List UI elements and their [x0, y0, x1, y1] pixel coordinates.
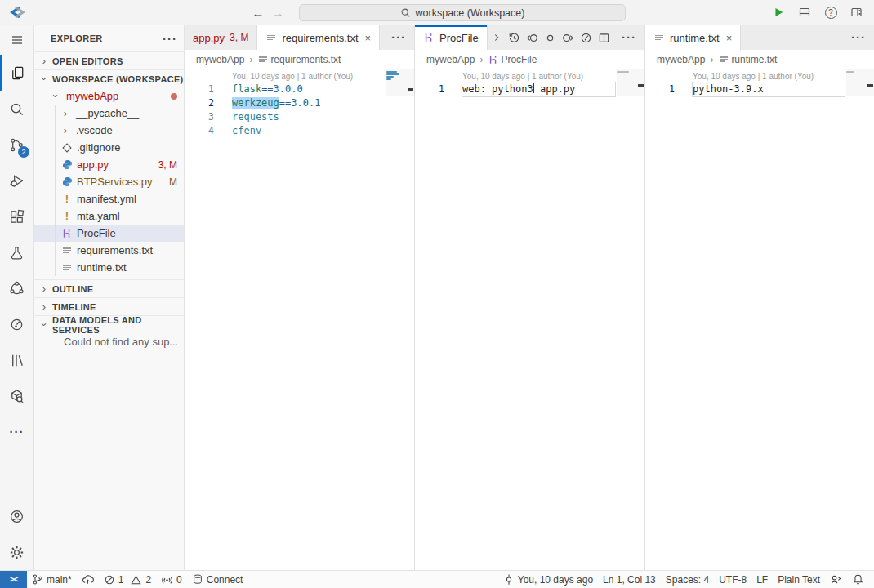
sidebar-item-run-debug[interactable] [0, 163, 33, 198]
ports-item[interactable]: 0 [156, 571, 187, 588]
tree-item-mywebapp[interactable]: mywebApp [34, 87, 184, 105]
more-actions-button[interactable] [849, 25, 867, 50]
minimap[interactable] [846, 71, 866, 74]
more-actions-button[interactable] [390, 25, 408, 50]
tab-requirements-txt[interactable]: requirements.txt [257, 25, 380, 50]
sidebar-item-run-view[interactable] [0, 306, 33, 342]
tree-item-manifest-yml[interactable]: ! manifest.yml [34, 190, 184, 207]
sync-changes-button[interactable] [77, 571, 99, 588]
section-open-editors[interactable]: OPEN EDITORS [34, 51, 184, 69]
split-editor-button[interactable] [595, 25, 613, 50]
sidebar-item-search[interactable] [0, 91, 33, 127]
overview-ruler-mark [638, 84, 644, 87]
menu-button[interactable] [0, 25, 33, 55]
line-number: 1 [185, 82, 214, 96]
toggle-panel-button[interactable] [794, 2, 815, 22]
navigate-forward-icon[interactable] [268, 6, 288, 20]
sidebar-item-explorer[interactable] [0, 55, 33, 91]
close-icon[interactable] [365, 32, 372, 44]
warning-count: 2 [145, 574, 151, 586]
tree-item-runtime-txt[interactable]: runtime.txt [34, 259, 184, 276]
editor-content[interactable]: You, 10 days ago | 1 author (You) 1 web:… [415, 69, 644, 570]
accounts-button[interactable] [0, 498, 33, 534]
editor-content[interactable]: You, 10 days ago | 1 author (You) 1 pyth… [645, 69, 874, 570]
more-views-icon [10, 425, 25, 439]
eol-item[interactable]: LF [751, 571, 773, 588]
search-view-icon [8, 100, 25, 118]
more-actions-button[interactable] [620, 25, 638, 50]
feedback-button[interactable] [825, 571, 847, 588]
breadcrumb-file[interactable]: ProcFile [501, 54, 537, 65]
indentation-label: Spaces: 4 [666, 574, 709, 586]
tab-bar: ProcFile [415, 25, 644, 50]
encoding-item[interactable]: UTF-8 [714, 571, 751, 588]
breadcrumb-folder[interactable]: mywebApp [657, 54, 705, 65]
help-button[interactable] [820, 2, 841, 22]
tree-item-btpservices-py[interactable]: BTPServices.py M [34, 173, 184, 190]
code-token: web: python3 [462, 83, 533, 95]
explorer-more-actions-icon[interactable] [163, 32, 177, 46]
minimap[interactable] [617, 71, 636, 74]
more-views-button[interactable] [0, 414, 33, 450]
next-change-button[interactable] [560, 25, 577, 50]
tree-item-mta-yaml[interactable]: ! mta.yaml [34, 207, 184, 225]
code-line[interactable]: 1 python-3.9.x [645, 82, 874, 96]
code-line[interactable]: 1 web: python3 app.py [415, 82, 644, 96]
editor-area: app.py 3, M requirements.txt mywebApp [185, 25, 874, 570]
remote-indicator[interactable] [0, 571, 27, 588]
customize-layout-button[interactable] [846, 2, 867, 22]
open-changes-button[interactable] [577, 25, 595, 50]
breadcrumb-file[interactable]: runtime.txt [731, 54, 777, 65]
breadcrumb-folder[interactable]: mywebApp [196, 54, 244, 65]
indentation-item[interactable]: Spaces: 4 [661, 571, 714, 588]
tree-item-app-py[interactable]: app.py 3, M [34, 156, 184, 173]
editor-content[interactable]: You, 10 days ago | 1 author (You) 1 flas… [185, 69, 414, 570]
chevron-down-icon [38, 318, 51, 331]
section-workspace[interactable]: WORKSPACE (WORKSPACE) [34, 69, 184, 87]
compare-changes-button[interactable] [542, 25, 560, 50]
tab-app-py[interactable]: app.py 3, M [185, 25, 257, 50]
sidebar-item-library[interactable] [0, 342, 33, 378]
code-line[interactable]: 4 cfenv [185, 124, 414, 138]
sidebar-item-source-control[interactable]: 2 [0, 127, 33, 163]
sidebar-item-service-explorer[interactable] [0, 378, 33, 414]
problems-item[interactable]: 1 2 [99, 571, 156, 588]
tree-item-requirements-txt[interactable]: requirements.txt [34, 242, 184, 259]
sidebar-item-testing[interactable] [0, 234, 33, 270]
chevron-right-button[interactable] [488, 25, 506, 50]
tree-item-vscode[interactable]: .vscode [34, 122, 184, 139]
tab-runtime-txt[interactable]: runtime.txt [645, 25, 741, 50]
tree-item-procfile[interactable]: ProcFile [34, 225, 184, 242]
cursor-position-item[interactable]: Ln 1, Col 13 [598, 571, 661, 588]
section-outline[interactable]: OUTLINE [34, 279, 184, 297]
code-line[interactable]: 1 flask==3.0.0 [185, 82, 414, 96]
settings-button[interactable] [0, 534, 33, 570]
close-icon[interactable] [726, 32, 733, 44]
command-center[interactable]: workspace (Workspace) [299, 4, 626, 21]
commit-blame-item[interactable]: You, 10 days ago [498, 571, 598, 588]
language-mode-item[interactable]: Plain Text [773, 571, 825, 588]
notifications-button[interactable] [847, 571, 869, 588]
activity-bar: 2 [0, 25, 34, 570]
previous-change-button[interactable] [524, 25, 542, 50]
breadcrumb-folder[interactable]: mywebApp [426, 54, 475, 65]
tree-item-pycache[interactable]: __pycache__ [34, 105, 184, 122]
menu-icon [10, 33, 25, 47]
tab-procfile[interactable]: ProcFile [415, 25, 488, 50]
run-button[interactable] [768, 2, 789, 22]
history-button[interactable] [506, 25, 524, 50]
section-data-models[interactable]: DATA MODELS AND SERVICES [34, 315, 184, 333]
sidebar-item-hub[interactable] [0, 270, 33, 306]
sidebar-item-extensions[interactable] [0, 198, 33, 234]
settings-gear-icon [8, 544, 25, 561]
breadcrumb-file[interactable]: requirements.txt [270, 54, 341, 65]
minimap[interactable] [386, 71, 406, 81]
section-timeline[interactable]: TIMELINE [34, 297, 184, 315]
chevron-right-icon [479, 54, 483, 65]
code-line[interactable]: 2 werkzeug==3.0.1 [185, 96, 414, 110]
code-line[interactable]: 3 requests [185, 110, 414, 124]
connect-item[interactable]: Connect [187, 571, 248, 588]
navigate-back-icon[interactable] [248, 6, 268, 20]
tree-item-gitignore[interactable]: .gitignore [34, 139, 184, 156]
git-branch-item[interactable]: main* [27, 571, 77, 588]
